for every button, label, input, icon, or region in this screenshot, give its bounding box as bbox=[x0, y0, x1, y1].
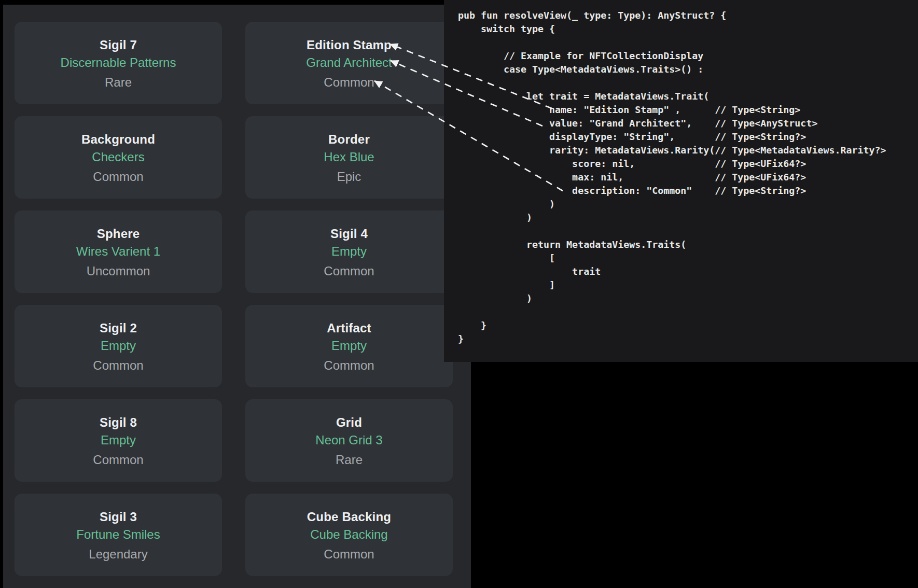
trait-rarity: Common bbox=[15, 451, 222, 469]
trait-card-sigil-4: Sigil 4 Empty Common bbox=[245, 211, 453, 293]
trait-card-sigil-7: Sigil 7 Discernable Patterns Rare bbox=[15, 22, 222, 104]
traits-column-right: Edition Stamp Grand Architect Common Bor… bbox=[245, 22, 453, 588]
trait-value: Empty bbox=[245, 337, 453, 355]
trait-card-sphere: Sphere Wires Varient 1 Uncommon bbox=[15, 211, 222, 293]
trait-name: Edition Stamp bbox=[245, 36, 453, 53]
trait-name: Sphere bbox=[15, 225, 222, 242]
trait-rarity: Common bbox=[245, 545, 453, 564]
trait-value: Grand Architect bbox=[245, 53, 453, 72]
trait-name: Sigil 3 bbox=[15, 508, 222, 525]
trait-name: Artifact bbox=[245, 319, 453, 337]
trait-rarity: Rare bbox=[245, 451, 453, 469]
trait-value: Neon Grid 3 bbox=[245, 431, 453, 450]
trait-rarity: Common bbox=[245, 356, 453, 375]
trait-value: Empty bbox=[15, 337, 222, 355]
trait-value: Empty bbox=[15, 431, 222, 450]
trait-name: Sigil 8 bbox=[15, 414, 222, 431]
trait-name: Sigil 2 bbox=[15, 319, 222, 337]
trait-card-edition-stamp: Edition Stamp Grand Architect Common bbox=[245, 22, 453, 104]
trait-value: Wires Varient 1 bbox=[15, 242, 222, 261]
trait-rarity: Common bbox=[15, 167, 222, 186]
trait-rarity: Common bbox=[15, 356, 222, 375]
trait-rarity: Legendary bbox=[15, 545, 222, 564]
trait-card-border: Border Hex Blue Epic bbox=[245, 116, 453, 199]
trait-card-grid: Grid Neon Grid 3 Rare bbox=[245, 399, 453, 482]
trait-value: Empty bbox=[245, 242, 453, 261]
trait-card-cube-backing: Cube Backing Cube Backing Common bbox=[245, 494, 453, 576]
trait-rarity: Epic bbox=[245, 167, 453, 186]
trait-name: Cube Backing bbox=[245, 508, 453, 525]
trait-name: Sigil 4 bbox=[245, 225, 453, 242]
trait-value: Cube Backing bbox=[245, 525, 453, 544]
trait-card-sigil-8: Sigil 8 Empty Common bbox=[15, 399, 222, 482]
trait-value: Hex Blue bbox=[245, 148, 453, 166]
trait-card-background: Background Checkers Common bbox=[15, 116, 222, 199]
trait-rarity: Uncommon bbox=[15, 262, 222, 281]
trait-card-sigil-3: Sigil 3 Fortune Smiles Legendary bbox=[15, 494, 222, 576]
trait-value: Fortune Smiles bbox=[15, 525, 222, 544]
trait-name: Background bbox=[15, 131, 222, 148]
trait-name: Grid bbox=[245, 414, 453, 431]
trait-card-artifact: Artifact Empty Common bbox=[245, 305, 453, 387]
traits-column-left: Sigil 7 Discernable Patterns Rare Backgr… bbox=[15, 22, 222, 588]
trait-name: Sigil 7 bbox=[15, 36, 222, 53]
trait-rarity: Common bbox=[245, 262, 453, 281]
trait-rarity: Common bbox=[245, 73, 453, 92]
trait-rarity: Rare bbox=[15, 73, 222, 92]
trait-name: Border bbox=[245, 131, 453, 148]
code-panel: pub fun resolveView(_ type: Type): AnySt… bbox=[444, 0, 918, 362]
trait-value: Checkers bbox=[15, 148, 222, 166]
trait-value: Discernable Patterns bbox=[15, 53, 222, 72]
trait-card-sigil-2: Sigil 2 Empty Common bbox=[15, 305, 222, 387]
traits-panel: Sigil 7 Discernable Patterns Rare Backgr… bbox=[3, 5, 471, 588]
code-block: pub fun resolveView(_ type: Type): AnySt… bbox=[444, 0, 918, 346]
